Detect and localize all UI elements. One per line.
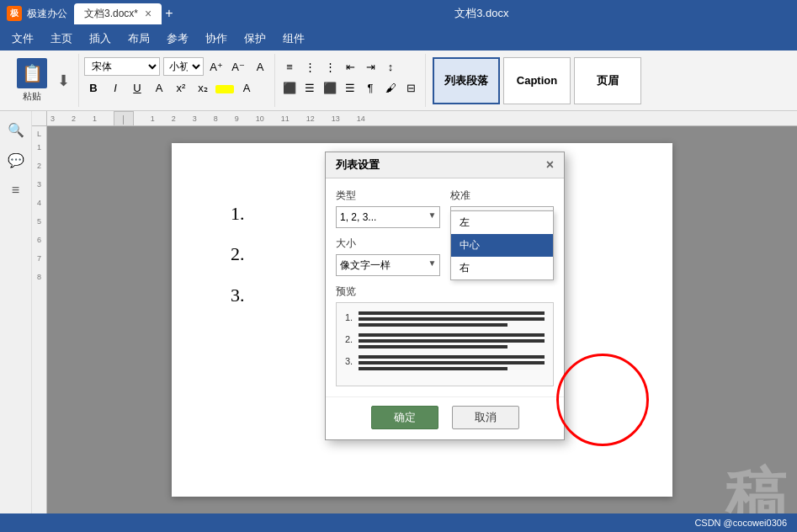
menu-file[interactable]: 文件 (3, 27, 42, 51)
font-shrink-button[interactable]: A⁻ (229, 57, 247, 76)
sort-button[interactable]: ↕ (381, 57, 400, 76)
align-label: 校准 (450, 189, 555, 203)
size-select[interactable]: 像文字一样 (336, 254, 440, 276)
align-center-button[interactable]: ☰ (300, 78, 319, 97)
menu-reference[interactable]: 参考 (158, 27, 197, 51)
paste-button[interactable]: 📋 粘贴 (10, 55, 54, 106)
underline-button[interactable]: U (128, 78, 146, 97)
dialog-close-button[interactable]: × (546, 157, 554, 173)
align-dropdown: 左 中心 右 (450, 210, 555, 280)
preview-line (359, 317, 545, 321)
nav-icon[interactable]: ≡ (4, 178, 28, 202)
document-tab[interactable]: 文档3.docx* × (74, 3, 162, 24)
bottom-bar: CSDN @cocowei0306 (0, 513, 797, 532)
preview-row-2: 2. (345, 333, 545, 348)
preview-num-2: 2. (345, 334, 355, 344)
font-grow-button[interactable]: A⁺ (207, 57, 226, 76)
title-bar: 极 极速办公 文档3.docx* × + 文档3.docx (0, 0, 797, 27)
paste-label: 粘贴 (23, 90, 41, 103)
border-button[interactable]: ⊟ (401, 78, 420, 97)
list-settings-dialog: 列表设置 × 类型 1, 2, 3... (325, 152, 565, 440)
preview-line (359, 323, 507, 327)
app-icon: 极 (7, 6, 22, 21)
align-option-left[interactable]: 左 (451, 211, 554, 234)
style-header-label: 页眉 (597, 73, 619, 88)
style-list-para-button[interactable]: 列表段落 (433, 57, 500, 104)
tab-name: 文档3.docx* (84, 7, 138, 21)
highlight-button[interactable] (215, 85, 234, 93)
style-header-button[interactable]: 页眉 (574, 57, 641, 104)
document-scroll-area[interactable]: 1. 2. 3. 列表设置 × (47, 126, 797, 513)
font-size-select[interactable]: 小初 (163, 57, 204, 76)
preview-row-3: 3. (345, 355, 545, 370)
app-name-area: 极 极速办公 (7, 6, 67, 21)
styles-group: 列表段落 Caption 页眉 (426, 54, 648, 107)
size-col: 大小 像文字一样 ▼ (336, 237, 440, 276)
menu-collab[interactable]: 协作 (197, 27, 236, 51)
preview-lines-3 (359, 355, 545, 370)
dialog-ok-button[interactable]: 确定 (371, 406, 438, 429)
preview-row-1: 1. (345, 311, 545, 327)
new-tab-button[interactable]: + (165, 6, 173, 21)
indent-decrease-button[interactable]: ⇤ (341, 57, 359, 76)
type-select[interactable]: 1, 2, 3... (336, 206, 440, 228)
preview-section: 预览 1. (336, 285, 554, 386)
font-name-select[interactable]: 宋体 (84, 57, 160, 76)
menu-protect[interactable]: 保护 (236, 27, 274, 51)
font-color3-button[interactable]: A (237, 78, 256, 97)
ruler-horizontal: 321 │ 123 8910 11121314 (32, 111, 797, 126)
bold-button[interactable]: B (84, 78, 103, 97)
dialog-title-bar: 列表设置 × (326, 152, 564, 178)
style-list-para-label: 列表段落 (444, 73, 488, 88)
window-title: 文档3.docx (173, 6, 790, 21)
align-justify-button[interactable]: ☰ (341, 78, 359, 97)
preview-line (359, 333, 545, 337)
paste-arrow-top[interactable]: ⬇ (54, 70, 73, 92)
align-right-button[interactable]: ⬛ (321, 78, 339, 97)
align-left-button[interactable]: ⬛ (280, 78, 299, 97)
font-color-button[interactable]: A (251, 57, 269, 76)
ruler-vertical: L 1 2 3 4 5 6 7 8 (32, 126, 47, 513)
paste-icon: 📋 (17, 58, 47, 88)
superscript-button[interactable]: x² (172, 78, 190, 97)
align-option-right[interactable]: 右 (451, 257, 554, 279)
align-option-center[interactable]: 中心 (451, 234, 554, 257)
menu-component[interactable]: 组件 (274, 27, 313, 51)
preview-line (359, 345, 507, 348)
menu-insert[interactable]: 插入 (81, 27, 120, 51)
preview-area: 1. 2. (336, 302, 554, 386)
csdn-credit: CSDN @cocowei0306 (694, 518, 787, 528)
size-select-wrap: 像文字一样 ▼ (336, 254, 440, 276)
font-group: 宋体 小初 A⁺ A⁻ A B I U A x² x₂ A (79, 54, 275, 107)
font-color2-button[interactable]: A (150, 78, 168, 97)
preview-line (359, 361, 545, 364)
preview-lines-1 (359, 311, 545, 327)
comment-icon[interactable]: 💬 (4, 148, 28, 172)
dialog-title: 列表设置 (336, 157, 380, 173)
italic-button[interactable]: I (106, 78, 125, 97)
menu-layout[interactable]: 布局 (120, 27, 158, 51)
tab-close-button[interactable]: × (145, 7, 151, 20)
main-area: 🔍 💬 ≡ 321 │ 123 8910 11121314 L (0, 111, 797, 513)
preview-num-3: 3. (345, 356, 355, 366)
preview-num-1: 1. (345, 312, 355, 322)
search-icon[interactable]: 🔍 (4, 118, 28, 141)
dialog-body: 类型 1, 2, 3... ▼ 校准 (326, 178, 564, 396)
preview-line (359, 355, 545, 359)
dialog-top-row: 类型 1, 2, 3... ▼ 校准 (336, 189, 554, 228)
left-toolbar: 🔍 💬 ≡ (0, 111, 32, 513)
subscript-button[interactable]: x₂ (194, 78, 212, 97)
style-caption-button[interactable]: Caption (503, 57, 571, 104)
number-list-button[interactable]: ⋮ (300, 57, 319, 76)
shading-button[interactable]: 🖌 (381, 78, 400, 97)
menu-home[interactable]: 主页 (42, 27, 81, 51)
type-col: 类型 1, 2, 3... ▼ (336, 189, 440, 228)
dialog-cancel-button[interactable]: 取消 (452, 406, 519, 429)
preview-lines-2 (359, 333, 545, 348)
style-caption-label: Caption (517, 74, 557, 87)
indent-increase-button[interactable]: ⇥ (361, 57, 380, 76)
multi-list-button[interactable]: ⋮ (321, 57, 339, 76)
bullet-list-button[interactable]: ≡ (280, 57, 299, 76)
doc-with-ruler: L 1 2 3 4 5 6 7 8 (32, 126, 797, 513)
pilcrow-button[interactable]: ¶ (361, 78, 380, 97)
